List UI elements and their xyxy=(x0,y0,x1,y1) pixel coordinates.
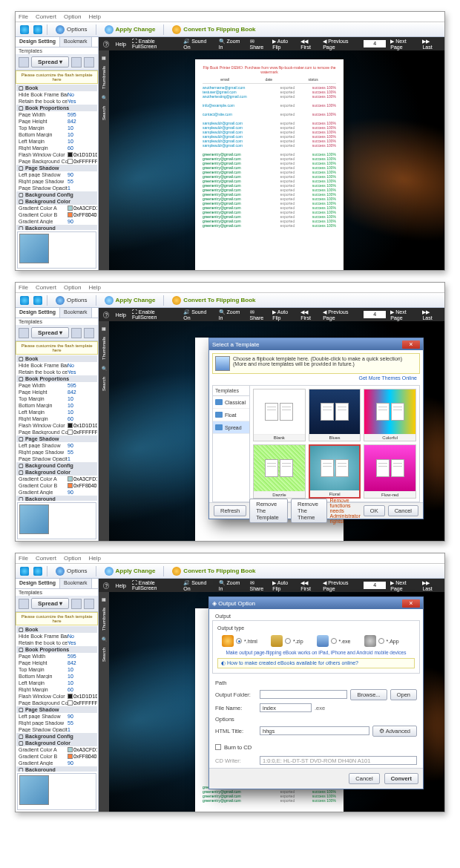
output-type-label: Output type xyxy=(217,625,415,631)
cancel-button[interactable]: Cancel xyxy=(349,773,379,784)
options-button[interactable]: Options xyxy=(52,24,91,35)
search-label: Search xyxy=(102,106,106,120)
close-icon[interactable]: × xyxy=(402,599,420,608)
toolbar: Options Apply Change Convert To Flipping… xyxy=(16,22,444,37)
zoom-button[interactable]: 🔍 Zoom In xyxy=(219,39,244,50)
refresh-icon xyxy=(105,25,114,34)
viewer-side-rail: ▦ Thumbnails 🔍 Search xyxy=(99,50,109,270)
app-icon xyxy=(364,635,376,647)
output-folder-input[interactable] xyxy=(260,690,347,699)
cd-writer-select[interactable]: 1:0:0,E: HL-DT-ST DVD-ROM DH40N A101 xyxy=(260,756,417,765)
sidebar-preview xyxy=(17,231,96,269)
nav-back-icon[interactable] xyxy=(20,25,29,34)
advanced-button[interactable]: ⚙ Advanced xyxy=(372,726,417,737)
convert-icon xyxy=(172,25,181,34)
next-page-button[interactable]: ▶ Next Page xyxy=(390,39,418,50)
sidebar: Design Setting Bookmark Templates Spread… xyxy=(16,37,99,270)
path-label: Path xyxy=(212,678,420,688)
remove-theme-button[interactable]: Remove The Theme xyxy=(291,499,327,523)
template-colorful[interactable]: Colorful xyxy=(364,389,416,441)
select-template-dialog: Select a Template× Choose a flipbook tem… xyxy=(208,338,424,519)
open-button[interactable]: Open xyxy=(390,689,417,700)
nav-fwd-icon[interactable] xyxy=(33,25,42,34)
radio-icon xyxy=(236,638,242,644)
template-grid: Blank Blues Colorful Dazzle Floral Flow-… xyxy=(250,386,419,502)
screenshot-3: FileConvertOptionHelp Options Apply Chan… xyxy=(15,553,445,812)
dialog-title: Select a Template xyxy=(212,341,259,348)
tab-design-setting[interactable]: Design Setting xyxy=(16,37,60,47)
thumbnails-label: Thumbnails xyxy=(102,66,106,89)
convert-button[interactable]: Convert xyxy=(384,773,418,784)
output-exe[interactable]: *.exe xyxy=(317,635,351,647)
help-icon[interactable]: ? xyxy=(103,41,109,47)
menu-help[interactable]: Help xyxy=(88,13,100,20)
first-page-button[interactable]: ◀◀ First xyxy=(300,39,318,50)
autoflip-button[interactable]: ▶ Auto Flip xyxy=(272,39,296,50)
flipbook-page[interactable]: Flip Book Printer DEMO: Purchase from ww… xyxy=(195,59,344,270)
output-label: Output xyxy=(212,612,420,620)
category-float[interactable]: Float xyxy=(213,409,249,421)
zip-icon xyxy=(271,635,283,647)
category-spread[interactable]: Spread xyxy=(213,421,249,434)
convert-button[interactable]: Convert To Flipping Book xyxy=(168,24,259,35)
tab-bookmark[interactable]: Bookmark xyxy=(60,37,92,47)
apply-change-button[interactable]: Apply Change xyxy=(101,24,160,35)
options-label: Options xyxy=(212,714,420,724)
output-zip[interactable]: *.zip xyxy=(271,635,303,647)
html-icon xyxy=(222,635,234,647)
viewer-toolbar: ?Help ⛶ Enable FullScreen 🔊 Sound On 🔍 Z… xyxy=(99,37,444,50)
burn-cd-label: Burn to CD xyxy=(224,744,252,751)
menubar: File Convert Option Help xyxy=(16,12,444,22)
template-dazzle[interactable]: Dazzle xyxy=(253,444,306,499)
filename-input[interactable]: index xyxy=(260,703,312,712)
last-page-button[interactable]: ▶▶ Last xyxy=(422,39,440,50)
template-blues[interactable]: Blues xyxy=(309,389,361,441)
output-hint: Make output page-flipping eBook works on… xyxy=(217,650,415,655)
menu-option[interactable]: Option xyxy=(64,13,82,20)
category-classical[interactable]: Classical xyxy=(213,396,249,409)
ok-button[interactable]: OK xyxy=(364,505,385,516)
preview-area: ?Help ⛶ Enable FullScreen 🔊 Sound On 🔍 Z… xyxy=(99,37,444,270)
fullscreen-button[interactable]: ⛶ Enable FullScreen xyxy=(132,39,177,49)
refresh-button[interactable]: Refresh xyxy=(214,505,246,516)
menu-file[interactable]: File xyxy=(19,13,28,20)
dialog-desc2: (More and more templates will be provide… xyxy=(233,361,417,366)
menu-convert[interactable]: Convert xyxy=(36,13,56,20)
exe-icon xyxy=(317,635,329,647)
spread-button[interactable]: Spread ▾ xyxy=(31,56,69,68)
template-flow-red[interactable]: Flow-red xyxy=(364,444,416,499)
prev-page-button[interactable]: ◀ Previous Page xyxy=(323,39,359,50)
template-action-1[interactable] xyxy=(71,57,82,68)
cancel-button[interactable]: Cancel xyxy=(388,505,418,516)
share-button[interactable]: ✉ Share xyxy=(250,39,269,50)
output-app[interactable]: *.App xyxy=(364,635,399,647)
remove-template-button[interactable]: Remove The Template xyxy=(249,499,288,523)
output-option-dialog: ◈ Output Option× Output Output type *.ht… xyxy=(208,596,424,789)
dialog-desc: Choose a flipbook template here. (Double… xyxy=(233,356,417,361)
search-icon[interactable]: 🔍 xyxy=(102,95,107,100)
html-title-input[interactable]: hhgs xyxy=(260,726,369,735)
property-list: ▢ Book Hide Book Frame BarNo Retain the … xyxy=(16,84,98,230)
dialog-title: Output Option xyxy=(218,600,255,607)
file-ext: .exe xyxy=(315,705,325,711)
template-action-2[interactable] xyxy=(84,57,94,68)
output-html[interactable]: *.html xyxy=(222,635,257,647)
screenshot-2: FileConvertOptionHelp Options Apply Chan… xyxy=(15,282,445,542)
close-icon[interactable]: × xyxy=(402,341,420,349)
howto-link[interactable]: ◐ How to make created eBooks available f… xyxy=(217,658,415,668)
template-blank[interactable]: Blank xyxy=(253,389,306,441)
templates-label: Templates xyxy=(16,47,98,54)
watermark-text: Flip Book Printer DEMO: Purchase from ww… xyxy=(203,65,336,74)
page-input[interactable]: 4 xyxy=(364,40,386,47)
admin-warning: Remove functions needs Administrator rig… xyxy=(330,498,361,524)
get-more-themes-link[interactable]: Get More Themes Online xyxy=(212,374,420,382)
burn-cd-checkbox[interactable] xyxy=(215,744,221,750)
template-floral[interactable]: Floral xyxy=(309,444,361,499)
sound-button[interactable]: 🔊 Sound On xyxy=(183,39,212,50)
template-icon[interactable] xyxy=(19,57,29,68)
gear-icon xyxy=(56,25,65,34)
thumbnails-icon[interactable]: ▦ xyxy=(102,55,106,60)
browse-button[interactable]: Browse... xyxy=(350,689,387,700)
template-hint: Please customize the flash template here xyxy=(16,70,98,84)
screenshot-1: File Convert Option Help Options Apply C… xyxy=(15,11,445,271)
